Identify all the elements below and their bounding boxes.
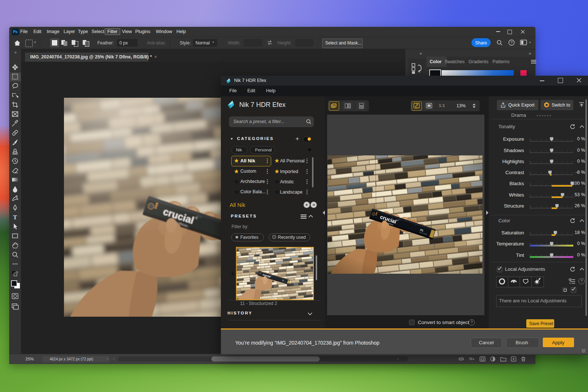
svg-text:T: T [13, 214, 17, 221]
svg-text:»: » [14, 50, 17, 54]
svg-text:?: ? [510, 41, 513, 45]
